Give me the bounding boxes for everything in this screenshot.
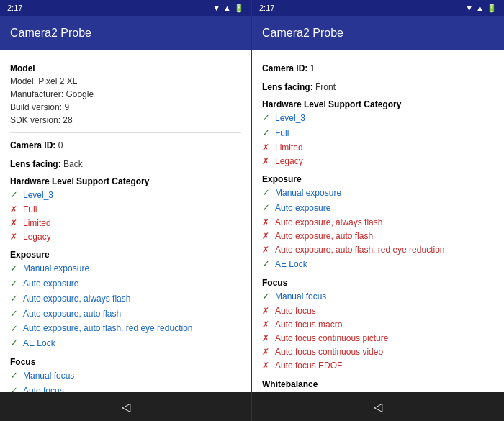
list-item: ✗Auto focus — [262, 304, 494, 318]
app-title-left: Camera2 Probe — [10, 27, 91, 40]
time-right: 2:17 — [259, 4, 274, 12]
cross-icon: ✗ — [10, 203, 20, 217]
divider-left — [10, 132, 241, 133]
back-button-left[interactable]: ◁ — [122, 400, 130, 414]
feature-text: Limited — [275, 141, 303, 155]
check-icon: ✓ — [262, 257, 272, 272]
hw-level-label-left: Hardware Level Support Category — [10, 176, 241, 186]
content-left: Model Model: Pixel 2 XL Manufacturer: Go… — [0, 50, 251, 392]
signal-icon-right: ▼ — [465, 4, 473, 12]
model-line: Model: Pixel 2 XL — [10, 75, 241, 88]
feature-text: Auto focus EDOF — [275, 359, 342, 373]
feature-text: Auto exposure, always flash — [23, 292, 130, 306]
feature-text: Auto exposure, always flash — [275, 216, 382, 230]
feature-text: Auto exposure, auto flash — [23, 307, 121, 321]
hw-level-label-right: Hardware Level Support Category — [262, 99, 494, 109]
list-item: ✗Auto exposure, always flash — [262, 216, 494, 230]
feature-text: AE Lock — [23, 337, 55, 350]
check-icon: ✓ — [262, 201, 272, 216]
focus-label-right: Focus — [262, 278, 494, 288]
check-icon: ✓ — [10, 384, 20, 392]
sdk-version-line: SDK version: 28 — [10, 114, 241, 127]
list-item: ✓AE Lock — [10, 336, 241, 351]
status-bar-right: 2:17 ▼ ▲ 🔋 — [252, 0, 504, 16]
app-bar-left: Camera2 Probe — [0, 16, 251, 50]
feature-text: Auto focus macro — [275, 318, 342, 332]
focus-items-left: ✓Manual focus✓Auto focus✓Auto focus macr… — [10, 368, 241, 392]
back-button-right[interactable]: ◁ — [374, 400, 382, 414]
list-item: ✓Manual focus — [10, 368, 241, 384]
list-item: ✓Auto exposure, always flash — [10, 291, 241, 307]
lens-facing-right: Lens facing: Front — [262, 81, 494, 94]
feature-text: Auto exposure — [23, 277, 78, 291]
cross-icon: ✗ — [262, 243, 272, 257]
cross-icon: ✗ — [262, 318, 272, 332]
feature-text: Full — [275, 127, 289, 140]
nav-bar-right: ◁ — [252, 392, 504, 421]
cross-icon: ✗ — [10, 230, 20, 244]
list-item: ✓Manual exposure — [262, 186, 494, 201]
list-item: ✓Auto exposure, auto flash — [10, 307, 241, 322]
camera-id-left: Camera ID: 0 — [10, 139, 241, 152]
cross-icon: ✗ — [262, 359, 272, 373]
list-item: ✓Auto focus — [10, 384, 241, 392]
list-item: ✓Auto exposure — [262, 201, 494, 216]
list-item: ✓Full — [262, 126, 494, 141]
list-item: ✗Legacy — [10, 230, 241, 244]
feature-text: Auto exposure, auto flash, red eye reduc… — [275, 243, 444, 257]
cross-icon: ✗ — [262, 155, 272, 168]
status-icons-left: ▼ ▲ 🔋 — [212, 4, 244, 13]
lens-facing-left: Lens facing: Back — [10, 158, 241, 171]
build-version-line: Build version: 9 — [10, 101, 241, 114]
feature-text: Auto focus continuous picture — [275, 332, 388, 345]
exposure-items-right: ✓Manual exposure✓Auto exposure✗Auto expo… — [262, 186, 494, 272]
list-item: ✓Level_3 — [262, 111, 494, 126]
manufacturer-line: Manufacturer: Google — [10, 88, 241, 101]
wifi-icon-right: ▲ — [476, 4, 484, 12]
feature-text: Auto exposure, auto flash — [275, 230, 373, 243]
feature-text: Auto exposure — [275, 202, 330, 215]
list-item: ✓AE Lock — [262, 257, 494, 272]
list-item: ✗Auto exposure, auto flash, red eye redu… — [262, 243, 494, 257]
hw-items-left: ✓Level_3✗Full✗Limited✗Legacy — [10, 188, 241, 244]
feature-text: Legacy — [23, 230, 51, 244]
list-item: ✗Auto exposure, auto flash — [262, 230, 494, 243]
list-item: ✓Level_3 — [10, 188, 241, 203]
check-icon: ✓ — [262, 289, 272, 304]
cross-icon: ✗ — [262, 216, 272, 230]
model-label: Model — [10, 63, 241, 73]
list-item: ✗Auto focus macro — [262, 318, 494, 332]
list-item: ✗Full — [10, 203, 241, 217]
list-item: ✗Auto focus continuous picture — [262, 332, 494, 345]
focus-items-right: ✓Manual focus✗Auto focus✗Auto focus macr… — [262, 289, 494, 374]
list-item: ✓Manual exposure — [10, 261, 241, 276]
check-icon: ✓ — [10, 307, 20, 322]
check-icon: ✓ — [10, 368, 20, 384]
panel-left: 2:17 ▼ ▲ 🔋 Camera2 Probe Model Model: Pi… — [0, 0, 252, 421]
wb-label-right: Whitebalance — [262, 379, 494, 389]
cross-icon: ✗ — [262, 230, 272, 243]
cross-icon: ✗ — [262, 304, 272, 318]
camera-id-right: Camera ID: 1 — [262, 62, 494, 75]
signal-icon: ▼ — [212, 4, 220, 12]
feature-text: Auto exposure, auto flash, red eye reduc… — [23, 322, 192, 335]
panel-right: 2:17 ▼ ▲ 🔋 Camera2 Probe Camera ID: 1 Le… — [252, 0, 504, 421]
cross-icon: ✗ — [262, 141, 272, 155]
nav-bar-left: ◁ — [0, 392, 251, 421]
status-icons-right: ▼ ▲ 🔋 — [465, 4, 497, 13]
check-icon: ✓ — [262, 111, 272, 126]
feature-text: Auto focus — [275, 304, 316, 318]
exposure-label-left: Exposure — [10, 250, 241, 260]
list-item: ✓Auto exposure, auto flash, red eye redu… — [10, 322, 241, 337]
app-title-right: Camera2 Probe — [262, 27, 343, 40]
check-icon: ✓ — [262, 126, 272, 141]
exposure-label-right: Exposure — [262, 174, 494, 184]
feature-text: Manual focus — [275, 290, 326, 304]
wifi-icon: ▲ — [223, 4, 231, 12]
battery-icon: 🔋 — [234, 4, 244, 13]
feature-text: Manual exposure — [23, 262, 89, 276]
check-icon: ✓ — [10, 261, 20, 276]
exposure-items-left: ✓Manual exposure✓Auto exposure✓Auto expo… — [10, 261, 241, 351]
check-icon: ✓ — [10, 336, 20, 351]
list-item: ✓Auto exposure — [10, 276, 241, 291]
